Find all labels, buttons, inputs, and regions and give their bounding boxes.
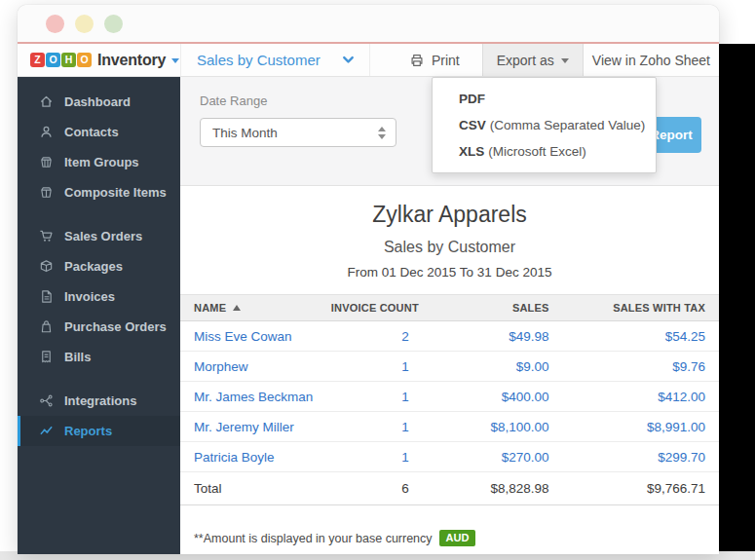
integrations-icon: [39, 393, 54, 408]
table-total-row: Total 6 $8,828.98 $9,766.71: [180, 472, 719, 505]
total-sales-with-tax: $9,766.71: [563, 472, 719, 505]
customer-name-link[interactable]: Mr. Jeremy Miller: [180, 412, 331, 442]
sales-with-tax-cell: $412.00: [563, 382, 719, 412]
invoice-count-cell: 2: [331, 321, 423, 352]
menu-item-desc: (Microsoft Excel): [488, 144, 586, 159]
app-window: Z O H O Inventory Sales by Customer Pr: [18, 5, 719, 553]
chevron-down-icon: [341, 53, 356, 67]
invoice-count-cell: 1: [331, 442, 423, 472]
table-row: Morphew 1 $9.00 $9.76: [180, 352, 719, 382]
sidebar-item-label: Purchase Orders: [64, 319, 167, 334]
column-header-label: NAME: [194, 302, 226, 314]
sidebar-item-invoices[interactable]: Invoices: [18, 281, 180, 312]
total-invoice-count: 6: [331, 472, 423, 505]
export-caret-icon: [561, 58, 569, 63]
invoices-icon: [39, 289, 54, 304]
sales-cell: $49.98: [423, 321, 563, 352]
sidebar-item-composite-items[interactable]: Composite Items: [18, 177, 180, 207]
column-header-invoice-count[interactable]: INVOICE COUNT: [331, 295, 423, 321]
customer-name-link[interactable]: Mr. James Beckman: [180, 382, 331, 412]
sales-cell: $9.00: [423, 352, 563, 382]
export-menu-item-xls[interactable]: XLS(Microsoft Excel): [433, 138, 656, 165]
sidebar-item-reports[interactable]: Reports: [18, 416, 180, 446]
window-minimize-button[interactable]: [75, 15, 94, 33]
item-groups-icon: [39, 155, 54, 169]
table-row: Patricia Boyle 1 $270.00 $299.70: [180, 442, 719, 472]
composite-items-icon: [39, 185, 54, 200]
currency-footnote: **Amount is displayed in your base curre…: [194, 530, 719, 546]
packages-icon: [39, 259, 54, 274]
column-header-name[interactable]: NAME: [180, 295, 331, 321]
export-menu-item-csv[interactable]: CSV(Comma Separated Value): [433, 112, 656, 138]
column-header-sales-with-tax[interactable]: SALES WITH TAX: [563, 295, 719, 321]
background-strip: [719, 44, 755, 553]
sales-with-tax-cell: $8,991.00: [563, 412, 719, 442]
report-area: Zylkar Apparels Sales by Customer From 0…: [180, 186, 719, 554]
logo-letter: H: [61, 53, 76, 67]
sales-with-tax-cell: $299.70: [563, 442, 719, 472]
customer-name-link[interactable]: Morphew: [180, 352, 331, 382]
sidebar-item-label: Sales Orders: [64, 229, 142, 243]
sidebar-item-contacts[interactable]: Contacts: [18, 117, 180, 147]
table-row: Mr. Jeremy Miller 1 $8,100.00 $8,991.00: [180, 412, 719, 442]
select-spinner-icon: [378, 127, 386, 139]
invoice-count-cell: 1: [331, 352, 423, 382]
sidebar-item-label: Item Groups: [64, 155, 139, 169]
menu-item-key: CSV: [459, 118, 486, 132]
report-selector-dropdown[interactable]: Sales by Customer: [180, 44, 370, 76]
sort-ascending-icon: [233, 305, 241, 311]
customer-name-link[interactable]: Patricia Boyle: [180, 442, 331, 472]
sidebar-item-item-groups[interactable]: Item Groups: [18, 147, 180, 177]
customer-name-link[interactable]: Miss Eve Cowan: [180, 321, 331, 352]
window-close-button[interactable]: [46, 15, 64, 33]
sales-cell: $400.00: [423, 382, 563, 412]
zoho-inventory-logo[interactable]: Z O H O Inventory: [18, 44, 180, 76]
sales-by-customer-table: NAME INVOICE COUNT SALES SALES WITH TAX …: [180, 294, 719, 505]
export-menu-item-pdf[interactable]: PDF: [433, 86, 656, 112]
export-as-button[interactable]: Export as: [482, 44, 584, 76]
invoice-count-cell: 1: [331, 382, 423, 412]
export-dropdown-menu: PDF CSV(Comma Separated Value) XLS(Micro…: [432, 77, 657, 173]
sidebar-item-purchase-orders[interactable]: Purchase Orders: [18, 312, 180, 342]
table-row: Mr. James Beckman 1 $400.00 $412.00: [180, 382, 719, 412]
app-header: Z O H O Inventory Sales by Customer Pr: [18, 44, 719, 77]
sidebar-item-integrations[interactable]: Integrations: [18, 386, 180, 416]
date-range-select[interactable]: This Month: [200, 118, 396, 147]
currency-badge: AUD: [439, 530, 476, 546]
window-zoom-button[interactable]: [104, 15, 123, 33]
purchase-orders-icon: [39, 319, 54, 334]
contacts-icon: [39, 125, 54, 139]
printer-icon: [409, 53, 425, 68]
sidebar-item-label: Packages: [64, 259, 123, 274]
sidebar-item-bills[interactable]: Bills: [18, 342, 180, 372]
sidebar-item-label: Invoices: [64, 289, 115, 304]
view-sheet-label: View in Zoho Sheet: [592, 53, 710, 68]
sidebar-item-packages[interactable]: Packages: [18, 251, 180, 281]
report-toolbar: Print Export as View in Zoho Sheet: [370, 44, 719, 76]
company-name: Zylkar Apparels: [180, 202, 719, 228]
total-sales: $8,828.98: [423, 472, 563, 505]
date-range-value: This Month: [212, 126, 278, 140]
view-in-zoho-sheet-button[interactable]: View in Zoho Sheet: [584, 44, 719, 76]
report-period: From 01 Dec 2015 To 31 Dec 2015: [180, 265, 719, 280]
export-as-label: Export as: [497, 53, 554, 68]
invoice-count-cell: 1: [331, 412, 423, 442]
sales-cell: $8,100.00: [423, 412, 563, 442]
report-title: Sales by Customer: [180, 239, 719, 256]
reports-icon: [39, 424, 54, 438]
sidebar-item-label: Integrations: [64, 393, 136, 408]
sidebar-item-dashboard[interactable]: Dashboard: [18, 87, 180, 117]
logo-letter: O: [46, 53, 60, 67]
footnote-text: **Amount is displayed in your base curre…: [194, 532, 433, 545]
sidebar-item-sales-orders[interactable]: Sales Orders: [18, 221, 180, 251]
print-label: Print: [432, 53, 460, 68]
column-header-sales[interactable]: SALES: [423, 295, 563, 321]
menu-item-key: XLS: [459, 144, 484, 159]
menu-item-key: PDF: [459, 92, 485, 106]
sidebar-item-label: Composite Items: [64, 185, 167, 200]
sales-cell: $270.00: [423, 442, 563, 472]
window-titlebar: [18, 5, 719, 44]
sales-with-tax-cell: $54.25: [563, 321, 719, 352]
app-name: Inventory: [97, 52, 166, 69]
print-button[interactable]: Print: [387, 44, 482, 76]
